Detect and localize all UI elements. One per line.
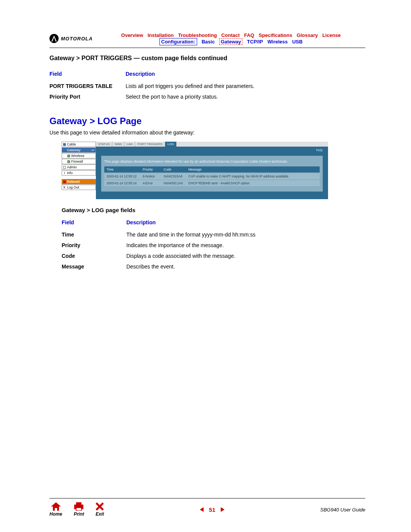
header-rule (49, 48, 365, 48)
motorola-batwing-icon (49, 34, 59, 43)
home-icon (51, 502, 61, 511)
ui-main-panel: STATUS WAN LAN PORT TRIGGERS LOG help Th… (96, 142, 328, 199)
port-triggers-fields-table: Field Description PORT TRIGGERS TABLE Li… (49, 69, 365, 102)
home-button[interactable]: Home (49, 502, 62, 517)
sidebar-item-firewall[interactable]: Firewall (62, 159, 96, 164)
intro-text: Use this page to view detailed informati… (49, 129, 365, 136)
table-row: 2003-01-14 12:55:12 6-Notice 0x04C515A8 … (104, 173, 320, 180)
ui-log-table: Time Priority Code Message 2003-01-14 12… (104, 166, 320, 186)
guide-title: SBG940 User Guide (320, 507, 365, 513)
nav-faq[interactable]: FAQ (244, 32, 254, 38)
table-row: Priority Port Select the port to have a … (49, 91, 365, 102)
subnav-usb[interactable]: USB (292, 39, 303, 45)
col-description: Description (126, 69, 365, 81)
subnav-wireless[interactable]: Wireless (268, 39, 288, 45)
svg-marker-0 (51, 502, 61, 511)
section1-heading: Gateway > PORT TRIGGERS — custom page fi… (49, 55, 365, 62)
ui-sidebar: Cable Gateway»» Wireless Firewall Admin … (62, 142, 96, 199)
table-row: 2003-01-14 12:55:14 4-Error 0x040DC1A0 D… (104, 180, 320, 186)
col-field: Field (62, 217, 126, 229)
tab-lan[interactable]: LAN (124, 142, 135, 147)
table-row: CodeDisplays a code associated with the … (62, 251, 365, 261)
tab-log[interactable]: LOG (165, 142, 177, 147)
sidebar-item-reboot[interactable]: Reboot! (62, 179, 96, 184)
top-nav: Overview Installation Troubleshooting Co… (97, 32, 365, 45)
table-row: PORT TRIGGERS TABLE Lists all port trigg… (49, 81, 365, 91)
sidebar-item-cable[interactable]: Cable (62, 142, 96, 147)
nav-troubleshooting[interactable]: Troubleshooting (178, 32, 217, 38)
nav-installation[interactable]: Installation (148, 32, 174, 38)
subnav-gateway[interactable]: Gateway (219, 38, 242, 45)
next-page-icon[interactable] (221, 507, 225, 512)
ui-tabs: STATUS WAN LAN PORT TRIGGERS LOG (96, 142, 328, 147)
nav-license[interactable]: License (322, 32, 341, 38)
table-row: PriorityIndicates the importance of the … (62, 240, 365, 251)
table-row: TimeThe date and time in the format yyyy… (62, 229, 365, 240)
sidebar-item-logout[interactable]: XLog Out (62, 185, 96, 190)
page-title: Gateway > LOG Page (49, 116, 365, 126)
sidebar-item-gateway[interactable]: Gateway»» (62, 147, 96, 153)
close-icon (96, 502, 104, 511)
nav-specifications[interactable]: Specifications (259, 32, 292, 38)
subnav-basic[interactable]: Basic (202, 39, 215, 45)
nav-overview[interactable]: Overview (121, 32, 143, 38)
prev-page-icon[interactable] (200, 507, 204, 512)
embedded-ui-screenshot: Cable Gateway»» Wireless Firewall Admin … (62, 142, 328, 199)
sidebar-item-info[interactable]: iInfo (62, 170, 96, 176)
tab-port-triggers[interactable]: PORT TRIGGERS (135, 142, 165, 147)
tab-status[interactable]: STATUS (96, 142, 112, 147)
col-description: Description (126, 217, 365, 229)
subnav-tcpip[interactable]: TCP/IP (247, 39, 263, 45)
page-footer: Home Print Exit 51 SBG940 User Guide (49, 498, 365, 517)
brand-name: MOTOROLA (61, 36, 93, 42)
table-row: MessageDescribes the event. (62, 261, 365, 272)
svg-rect-2 (76, 502, 81, 505)
print-button[interactable]: Print (73, 502, 84, 517)
sidebar-item-admin[interactable]: Admin (62, 165, 96, 170)
sub-nav: Configuration: Basic Gateway TCP/IP Wire… (97, 39, 365, 45)
col-field: Field (49, 69, 126, 81)
nav-contact[interactable]: Contact (221, 32, 239, 38)
sidebar-item-wireless[interactable]: Wireless (62, 153, 96, 158)
brand-logo: MOTOROLA (49, 34, 93, 43)
exit-button[interactable]: Exit (96, 502, 104, 517)
ui-help-link[interactable]: help (96, 147, 328, 156)
nav-glossary[interactable]: Glossary (297, 32, 318, 38)
ui-panel-text: This page displays detailed information … (104, 160, 320, 163)
section2-heading: Gateway > LOG page fields (62, 207, 365, 213)
svg-rect-3 (76, 508, 81, 511)
printer-icon (73, 502, 84, 511)
tab-wan[interactable]: WAN (112, 142, 124, 147)
log-fields-table: Field Description TimeThe date and time … (62, 217, 365, 272)
page-number: 51 (104, 506, 320, 513)
subnav-label: Configuration: (159, 38, 198, 45)
